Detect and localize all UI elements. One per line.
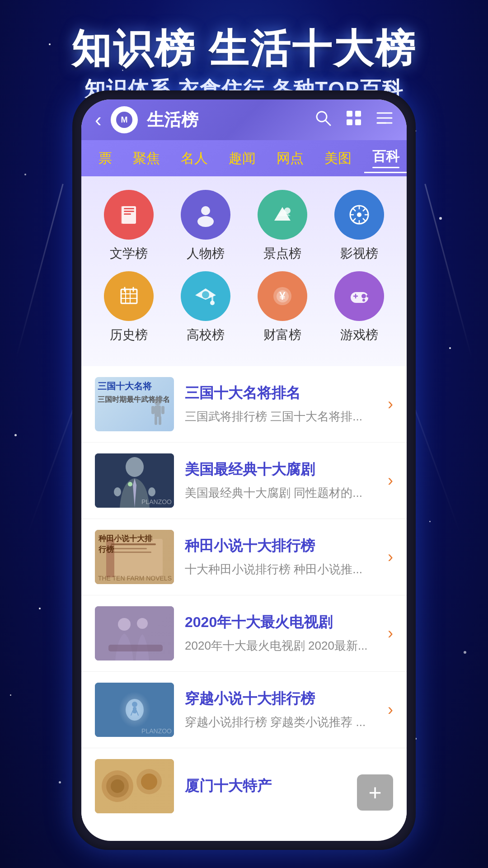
- list-title-2: 种田小说十大排行榜: [185, 537, 377, 556]
- game-label: 游戏榜: [340, 326, 378, 344]
- svg-point-47: [361, 294, 366, 298]
- list-desc-1: 美国最经典十大腐剧 同性题材的...: [185, 485, 377, 501]
- category-row-2: 历史榜 高校榜: [90, 271, 398, 344]
- svg-point-42: [210, 301, 215, 305]
- list-thumb-1: PLANZOO: [95, 453, 174, 508]
- svg-rect-14: [124, 211, 134, 212]
- phone-outer: ‹ M 生活榜: [72, 90, 416, 850]
- svg-point-21: [284, 208, 291, 214]
- tab-item-6[interactable]: 百科: [364, 144, 407, 173]
- list-thumb-2: 种田小说十大排行榜 THE TEN FARM NOVELS: [95, 530, 174, 584]
- scenery-icon: [258, 190, 307, 240]
- svg-line-28: [353, 208, 356, 211]
- category-wealth[interactable]: ¥ 财富榜: [249, 271, 316, 344]
- nav-bar: ‹ M 生活榜: [81, 99, 407, 140]
- literature-icon: [104, 190, 154, 240]
- svg-point-71: [118, 618, 131, 631]
- category-university[interactable]: 高校榜: [172, 271, 239, 344]
- tab-item-3[interactable]: 趣闻: [221, 146, 264, 171]
- svg-point-52: [154, 397, 161, 406]
- category-scenery[interactable]: 景点榜: [249, 190, 316, 262]
- fab-button[interactable]: +: [357, 774, 393, 811]
- svg-rect-32: [121, 289, 137, 303]
- list-desc-4: 穿越小说排行榜 穿越类小说推荐 ...: [185, 714, 377, 730]
- list-title-0: 三国十大名将排名: [185, 384, 377, 403]
- category-row-1: 文学榜 人物榜: [90, 190, 398, 262]
- category-literature[interactable]: 文学榜: [95, 190, 163, 262]
- tab-item-1[interactable]: 聚焦: [125, 146, 168, 171]
- svg-rect-16: [121, 206, 123, 224]
- list-thumb-3: [95, 606, 174, 660]
- grid-icon[interactable]: [345, 109, 362, 131]
- list-thumb-0: 三国十大名将三国时期最牛武将排名: [95, 377, 174, 431]
- tab-item-0[interactable]: 票: [90, 146, 120, 171]
- list-arrow-4: ›: [388, 700, 393, 719]
- list-item-0[interactable]: 三国十大名将三国时期最牛武将排名 三国十大名将排名: [81, 366, 407, 443]
- people-label: 人物榜: [187, 245, 225, 262]
- tab-bar: 票 聚焦 名人 趣闻 网点 美图 百科: [81, 140, 407, 176]
- category-game[interactable]: 游戏榜: [325, 271, 393, 344]
- svg-rect-7: [355, 119, 361, 125]
- list-item-1[interactable]: PLANZOO 美国最经典十大腐剧 美国最经典十大腐剧 同性题材的... ›: [81, 443, 407, 519]
- svg-rect-54: [151, 406, 155, 414]
- svg-rect-46: [351, 292, 368, 303]
- list-thumb-4: PLANZOO: [95, 683, 174, 737]
- list-item-4[interactable]: PLANZOO 穿越小说十大排行榜 穿越小说排行榜 穿越类小说推荐 ... ›: [81, 672, 407, 748]
- university-label: 高校榜: [187, 326, 225, 344]
- category-history[interactable]: 历史榜: [95, 271, 163, 344]
- list-item-3[interactable]: 2020年十大最火电视剧 2020年十大最火电视剧 2020最新... ›: [81, 595, 407, 672]
- list-thumb-5: [95, 759, 174, 813]
- list-arrow-1: ›: [388, 471, 393, 490]
- svg-point-18: [197, 216, 214, 227]
- history-label: 历史榜: [110, 326, 148, 344]
- list-desc-2: 十大种田小说排行榜 种田小说推...: [185, 561, 377, 577]
- list-section: 三国十大名将三国时期最牛武将排名 三国十大名将排名: [81, 366, 407, 824]
- svg-rect-73: [108, 645, 163, 651]
- svg-point-86: [141, 774, 157, 790]
- category-film[interactable]: 影视榜: [325, 190, 393, 262]
- list-title-4: 穿越小说十大排行榜: [185, 689, 377, 708]
- list-arrow-0: ›: [388, 395, 393, 414]
- list-title-1: 美国最经典十大腐剧: [185, 460, 377, 479]
- wealth-icon: ¥: [258, 271, 307, 321]
- svg-rect-13: [124, 208, 134, 209]
- svg-point-48: [366, 295, 369, 297]
- film-label: 影视榜: [340, 245, 378, 262]
- back-button[interactable]: ‹: [95, 108, 102, 131]
- svg-rect-15: [124, 213, 131, 215]
- list-content-1: 美国最经典十大腐剧 美国最经典十大腐剧 同性题材的...: [185, 460, 377, 501]
- svg-point-62: [114, 487, 121, 496]
- list-arrow-2: ›: [388, 547, 393, 566]
- list-icon[interactable]: [376, 109, 393, 131]
- svg-point-49: [362, 299, 365, 302]
- film-icon: [334, 190, 384, 240]
- list-item-2[interactable]: 种田小说十大排行榜 THE TEN FARM NOVELS 种田小说十大排行榜 …: [81, 519, 407, 595]
- nav-title: 生活榜: [147, 108, 305, 132]
- svg-line-29: [363, 218, 366, 221]
- scenery-label: 景点榜: [263, 245, 301, 262]
- phone-wrapper: ‹ M 生活榜: [72, 90, 416, 850]
- list-content-3: 2020年十大最火电视剧 2020年十大最火电视剧 2020最新...: [185, 613, 377, 654]
- tab-item-2[interactable]: 名人: [173, 146, 216, 171]
- app-logo: M: [111, 106, 138, 133]
- fab-icon: +: [368, 779, 381, 806]
- svg-point-84: [111, 779, 124, 793]
- list-title-3: 2020年十大最火电视剧: [185, 613, 377, 632]
- tab-item-4[interactable]: 网点: [268, 146, 312, 171]
- svg-point-59: [126, 457, 144, 477]
- list-content-0: 三国十大名将排名 三国武将排行榜 三国十大名将排...: [185, 384, 377, 425]
- phone-screen: ‹ M 生活榜: [81, 99, 407, 841]
- svg-point-63: [148, 487, 155, 496]
- svg-rect-70: [95, 606, 174, 660]
- list-content-2: 种田小说十大排行榜 十大种田小说排行榜 种田小说推...: [185, 537, 377, 577]
- search-icon[interactable]: [314, 109, 332, 131]
- game-icon: [334, 271, 384, 321]
- list-content-4: 穿越小说十大排行榜 穿越小说排行榜 穿越类小说推荐 ...: [185, 689, 377, 730]
- tab-item-5[interactable]: 美图: [316, 146, 360, 171]
- category-grid: 文学榜 人物榜: [81, 176, 407, 366]
- list-arrow-3: ›: [388, 624, 393, 643]
- svg-point-23: [357, 212, 361, 217]
- history-icon: [104, 271, 154, 321]
- svg-rect-5: [355, 111, 361, 117]
- category-people[interactable]: 人物榜: [172, 190, 239, 262]
